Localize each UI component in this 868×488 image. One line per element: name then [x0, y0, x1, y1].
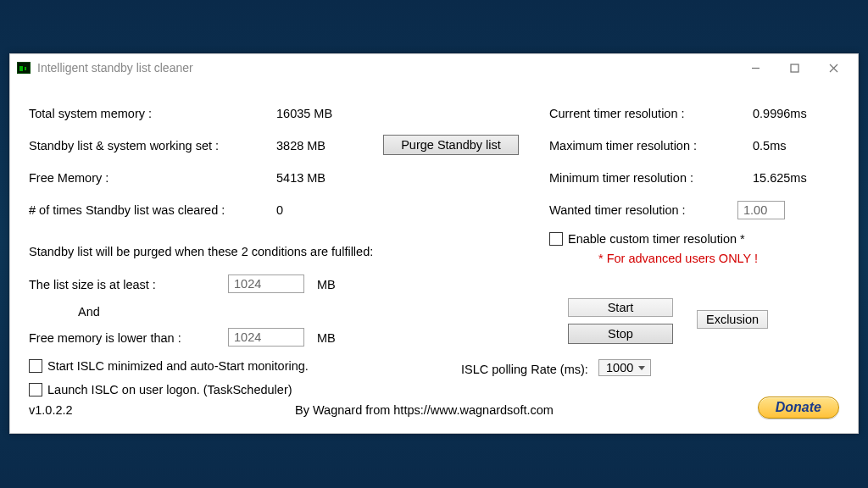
svg-rect-1 [791, 64, 798, 72]
exclusion-button[interactable]: Exclusion [697, 310, 768, 329]
and-label: And [78, 305, 100, 319]
credit-label: By Wagnard from https://www.wagnardsoft.… [295, 403, 554, 417]
window-title: Intelligent standby list cleaner [37, 61, 736, 75]
free-mem-threshold-unit: MB [317, 331, 336, 345]
titlebar: Intelligent standby list cleaner [10, 54, 858, 81]
enable-custom-timer-checkbox[interactable] [549, 232, 563, 246]
content-area: Total system memory : 16035 MB Standby l… [10, 81, 858, 433]
list-size-unit: MB [317, 278, 336, 291]
autostart-label: Start ISLC minimized and auto-Start moni… [47, 359, 309, 373]
timer-warning: * For advanced users ONLY ! [598, 252, 758, 265]
max-timer-value: 0.5ms [753, 139, 787, 152]
minimize-button[interactable] [736, 55, 775, 80]
free-mem-threshold-input[interactable] [228, 328, 304, 347]
list-size-input[interactable] [228, 274, 304, 293]
autostart-checkbox[interactable] [29, 359, 42, 373]
start-button[interactable]: Start [568, 298, 673, 317]
window-controls [736, 55, 853, 80]
total-memory-value: 16035 MB [276, 107, 332, 120]
free-memory-value: 5413 MB [276, 171, 326, 185]
wanted-timer-label: Wanted timer resolution : [549, 203, 686, 217]
purge-button[interactable]: Purge Standby list [383, 135, 519, 155]
maximize-button[interactable] [775, 55, 814, 80]
standby-label: Standby list & system working set : [29, 139, 219, 152]
current-timer-label: Current timer resolution : [549, 107, 685, 120]
app-window: Intelligent standby list cleaner Total s… [9, 53, 859, 434]
conditions-heading: Standby list will be purged when these 2… [29, 245, 373, 258]
min-timer-label: Minimum timer resolution : [549, 171, 693, 185]
version-label: v1.0.2.2 [29, 403, 73, 417]
logon-checkbox[interactable] [29, 383, 42, 396]
close-button[interactable] [814, 55, 853, 80]
max-timer-label: Maximum timer resolution : [549, 139, 697, 152]
polling-rate-select[interactable]: 1000 [598, 359, 651, 376]
total-memory-label: Total system memory : [29, 107, 152, 120]
list-size-label: The list size is at least : [29, 278, 156, 291]
donate-button[interactable]: Donate [758, 396, 839, 419]
polling-rate-value: 1000 [606, 361, 633, 374]
logon-label: Launch ISLC on user logon. (TaskSchedule… [47, 383, 292, 396]
enable-custom-timer-label: Enable custom timer resolution * [568, 232, 745, 246]
free-mem-threshold-label: Free memory is lower than : [29, 331, 181, 345]
free-memory-label: Free Memory : [29, 171, 108, 185]
cleared-count-value: 0 [276, 203, 283, 217]
standby-value: 3828 MB [276, 139, 326, 152]
wanted-timer-input[interactable] [737, 201, 785, 219]
polling-rate-label: ISLC polling Rate (ms): [461, 363, 588, 376]
cleared-count-label: # of times Standby list was cleared : [29, 203, 225, 217]
stop-button[interactable]: Stop [568, 324, 673, 344]
current-timer-value: 0.9996ms [753, 107, 807, 120]
app-icon [17, 62, 31, 74]
min-timer-value: 15.625ms [753, 171, 807, 185]
